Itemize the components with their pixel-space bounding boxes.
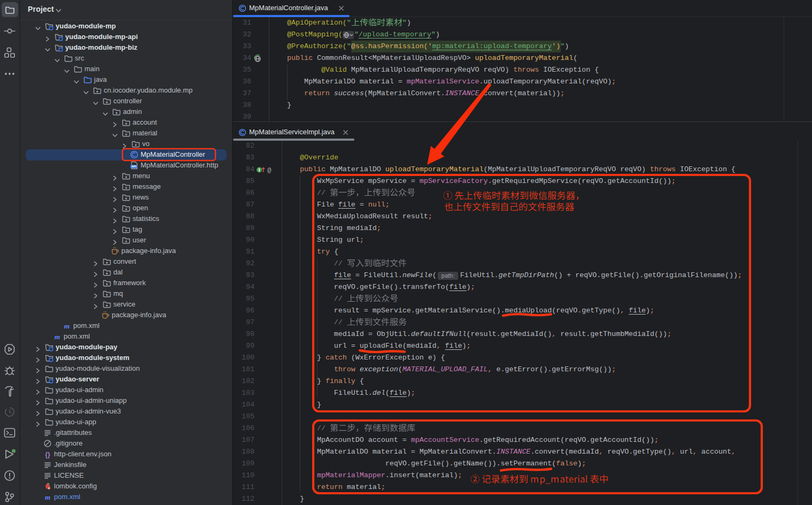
svg-text:@: @ [267,167,272,173]
